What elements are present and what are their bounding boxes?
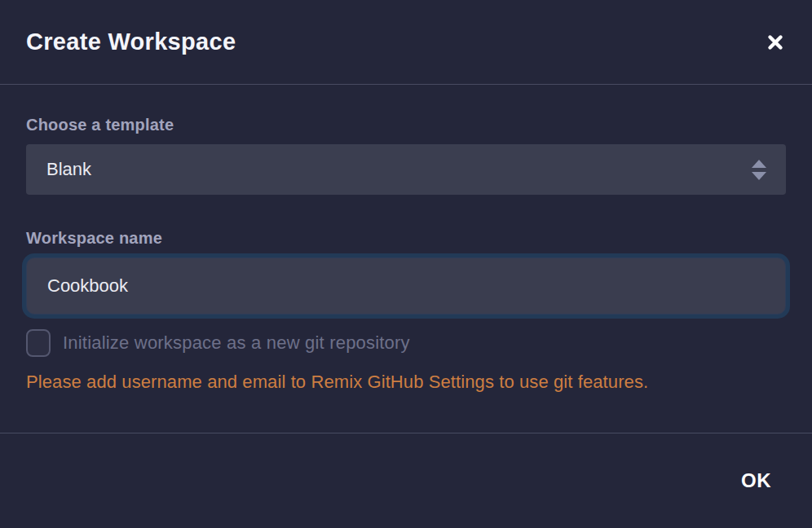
select-updown-icon [752, 160, 766, 180]
workspace-name-input[interactable] [26, 257, 786, 315]
close-icon [766, 33, 784, 51]
template-label: Choose a template [26, 116, 786, 134]
dialog-body: Choose a template Blank Workspace name I… [0, 85, 812, 433]
template-select[interactable]: Blank [26, 144, 786, 195]
dialog-header: Create Workspace [0, 0, 812, 85]
workspace-name-label: Workspace name [26, 229, 786, 248]
create-workspace-dialog: Create Workspace Choose a template Blank… [0, 0, 812, 528]
close-button[interactable] [761, 29, 789, 56]
template-select-value: Blank [46, 159, 752, 180]
ok-button[interactable]: OK [739, 464, 773, 497]
git-init-checkbox[interactable] [26, 329, 51, 357]
dialog-footer: OK [0, 433, 812, 528]
git-warning-text: Please add username and email to Remix G… [26, 372, 786, 393]
git-init-row: Initialize workspace as a new git reposi… [26, 329, 786, 357]
git-init-label: Initialize workspace as a new git reposi… [63, 332, 410, 354]
dialog-title: Create Workspace [26, 29, 236, 55]
